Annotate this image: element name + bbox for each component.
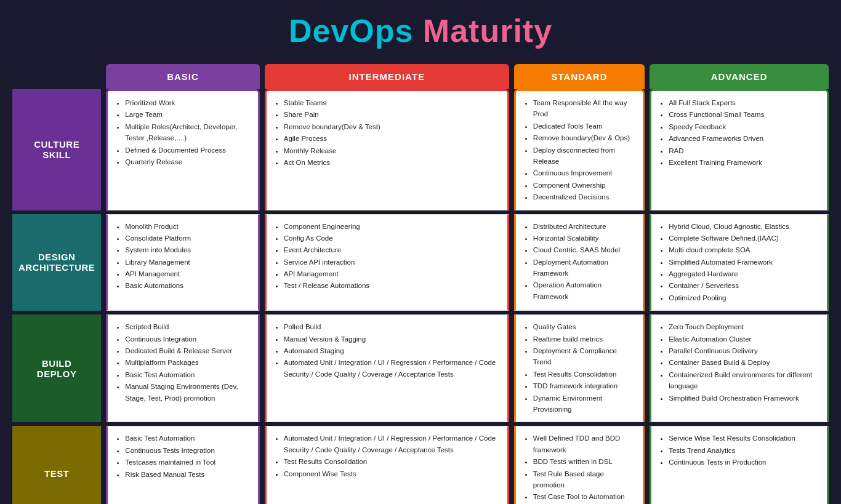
list-item: Operation Automation Framework: [533, 279, 635, 302]
list-item: Automated Unit / Integration / UI / Regr…: [284, 433, 500, 455]
cell-build-advanced: Zero Touch DeploymentElastic Automation …: [650, 314, 829, 422]
list-item: Multi cloud complete SOA: [669, 244, 819, 255]
list-item: Elastic Automation Cluster: [669, 334, 819, 345]
list-item: API Management: [125, 268, 250, 279]
list-item: Service API interaction: [284, 257, 500, 268]
list-item: Share Pain: [284, 109, 500, 120]
list-item: Component Engineering: [284, 221, 500, 232]
list-item: Test Rule Based stage promotion: [533, 468, 635, 491]
list-item: All Full Stack Experts: [669, 97, 819, 108]
cell-design-basic: Monolith ProductConsolidate PlatformSyst…: [106, 214, 259, 311]
col-header-advanced: ADVANCED: [650, 64, 829, 89]
list-item: Consolidate Platform: [125, 233, 250, 244]
page-title: DevOps Maturity: [12, 12, 829, 49]
list-item: Automated Staging: [284, 345, 500, 356]
list-item: Quality Gates: [533, 321, 635, 332]
list-item: Multiplatform Packages: [125, 357, 250, 368]
title-maturity: Maturity: [413, 13, 552, 49]
list-item: Act On Metrics: [284, 157, 500, 168]
col-header-intermediate: INTERMEDIATE: [265, 64, 509, 89]
list-item: Multiple Roles(Architect, Developer, Tes…: [125, 121, 250, 144]
list-item: Container Based Build & Deploy: [669, 357, 819, 368]
list-item: Dedicated Tools Team: [533, 121, 635, 132]
cell-test-standard: Well Defined TDD and BDD frameworkBDD Te…: [514, 426, 645, 504]
list-item: Distributed Architecture: [533, 221, 635, 232]
list-item: Polled Build: [284, 321, 500, 332]
list-item: Quarterly Release: [125, 156, 250, 167]
list-item: Cross Functional Small Teams: [669, 109, 819, 120]
matrix-row: CULTURE SKILLPrioritized WorkLarge TeamM…: [12, 89, 829, 210]
cell-test-basic: Basic Test AutomationContinuous Tests In…: [106, 426, 259, 504]
list-item: Config As Code: [284, 233, 500, 244]
matrix-row: BUILD DEPLOYScripted BuildContinuous Int…: [12, 314, 829, 422]
list-item: Zero Touch Deployment: [669, 321, 819, 332]
list-item: Excellent Training Framework: [669, 157, 819, 168]
list-item: Parallel Continuous Delivery: [669, 345, 819, 356]
list-item: Test Case Tool to Automation Tests Integ…: [533, 491, 635, 504]
row-label-build: BUILD DEPLOY: [12, 314, 101, 422]
list-item: Defined & Documented Process: [125, 145, 250, 156]
row-label-design: DESIGN ARCHITECTURE: [12, 214, 101, 311]
list-item: Team Responsible All the way Prod: [533, 97, 635, 120]
title-devops: DevOps: [289, 13, 414, 49]
list-item: TDD framework integration: [533, 380, 635, 391]
list-item: Basic Test Automation: [125, 369, 250, 380]
list-item: Monolith Product: [125, 221, 250, 232]
col-header-basic: BASIC: [106, 64, 259, 89]
list-item: Continuous Tests in Production: [669, 457, 819, 468]
list-item: Testcases maintained in Tool: [125, 457, 250, 468]
list-item: Complete Software Defined.(IAAC): [669, 233, 819, 244]
cell-build-intermediate: Polled BuildManual Version & TaggingAuto…: [265, 314, 509, 422]
list-item: Continuous Tests Integration: [125, 445, 250, 456]
cell-culture-basic: Prioritized WorkLarge TeamMultiple Roles…: [106, 89, 259, 210]
list-item: Hybrid Cloud, Cloud Agnostic, Elastics: [669, 221, 819, 232]
row-label-culture: CULTURE SKILL: [12, 89, 101, 210]
list-item: Advanced Frameworks Driven: [669, 133, 819, 144]
list-item: Horizontal Scalability: [533, 233, 635, 244]
row-label-test: TEST: [12, 426, 101, 504]
cell-design-advanced: Hybrid Cloud, Cloud Agnostic, ElasticsCo…: [650, 214, 829, 311]
list-item: Basic Test Automation: [125, 433, 250, 444]
list-item: Prioritized Work: [125, 97, 250, 108]
list-item: Container / Serverless: [669, 280, 819, 291]
cell-test-advanced: Service Wise Test Results ConsolidationT…: [650, 426, 829, 504]
list-item: System into Modules: [125, 244, 250, 255]
list-item: Optimized Pooling: [669, 292, 819, 303]
list-item: Remove boundary(Dev & Test): [284, 121, 500, 132]
list-item: Test / Release Automations: [284, 280, 500, 291]
list-item: Component Wise Tests: [284, 468, 500, 479]
maturity-matrix: BASIC INTERMEDIATE STANDARD ADVANCED CUL…: [12, 64, 829, 504]
list-item: Deployment & Compliance Trend: [533, 345, 635, 368]
list-item: Simplified Build Orchestration Framework: [669, 393, 819, 404]
list-item: Well Defined TDD and BDD framework: [533, 433, 635, 455]
list-item: Containerized Build environments for dif…: [669, 369, 819, 392]
list-item: Continuous Integration: [125, 334, 250, 345]
list-item: Large Team: [125, 109, 250, 120]
list-item: Service Wise Test Results Consolidation: [669, 433, 819, 444]
list-item: Component Ownership: [533, 180, 635, 191]
cell-build-basic: Scripted BuildContinuous IntegrationDedi…: [106, 314, 259, 422]
list-item: RAD: [669, 145, 819, 156]
list-item: Basic Automations: [125, 280, 250, 291]
list-item: Risk Based Manual Tests: [125, 469, 250, 480]
list-item: Test Results Consolidation: [284, 456, 500, 467]
list-item: Scripted Build: [125, 321, 250, 332]
list-item: Speedy Feedback: [669, 121, 819, 132]
list-item: Library Management: [125, 257, 250, 268]
list-item: Dedicated Build & Release Server: [125, 345, 250, 356]
list-item: Test Results Consolidation: [533, 369, 635, 380]
list-item: Remove boundary(Dev & Ops): [533, 132, 635, 143]
list-item: API Management: [284, 268, 500, 279]
list-item: Deployment Automation Framework: [533, 257, 635, 279]
list-item: Simplified Automated Framework: [669, 257, 819, 268]
matrix-row: DESIGN ARCHITECTUREMonolith ProductConso…: [12, 214, 829, 311]
list-item: BDD Tests written in DSL: [533, 456, 635, 467]
cell-culture-standard: Team Responsible All the way ProdDedicat…: [514, 89, 645, 210]
list-item: Realtime build metrics: [533, 334, 635, 345]
list-item: Manual Version & Tagging: [284, 334, 500, 345]
list-item: Automated Unit / Integration / UI / Regr…: [284, 357, 500, 380]
list-item: Manual Staging Environments (Dev, Stage,…: [125, 381, 250, 404]
cell-culture-intermediate: Stable TeamsShare PainRemove boundary(De…: [265, 89, 509, 210]
cell-build-standard: Quality GatesRealtime build metricsDeplo…: [514, 314, 645, 422]
list-item: Monthly Release: [284, 145, 500, 156]
